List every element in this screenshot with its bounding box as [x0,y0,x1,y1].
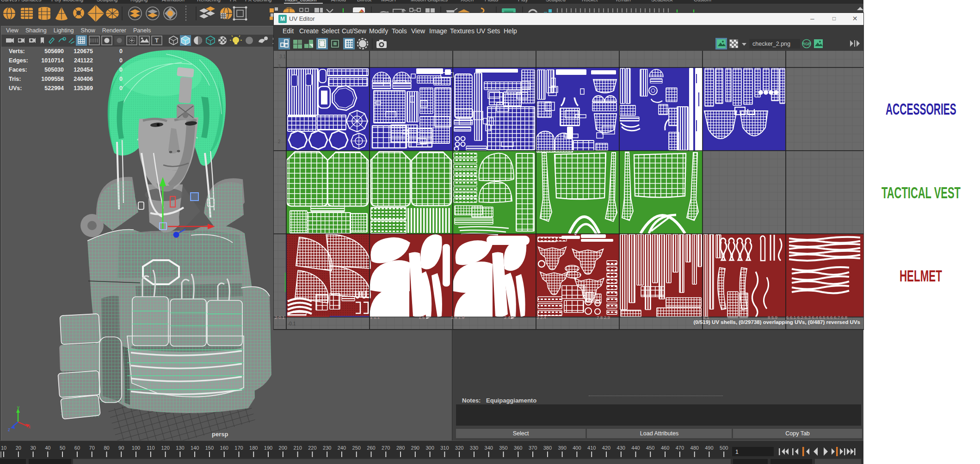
svg-text:400: 400 [573,445,581,451]
svg-text:360: 360 [514,445,522,451]
svg-text:y: y [17,405,19,410]
svg-text:180: 180 [249,445,258,451]
svg-text:3.1: 3.1 [279,54,286,59]
svg-text:z: z [8,427,10,432]
svg-text:320: 320 [455,445,463,451]
svg-text:330: 330 [470,445,478,451]
svg-text:370: 370 [529,445,537,451]
svg-text:390: 390 [558,445,566,451]
svg-text:40: 40 [45,445,50,451]
svg-text:1 1.1: 1 1.1 [370,315,380,320]
svg-text:(0/519) UV shells, (0/29738) o: (0/519) UV shells, (0/29738) overlapping… [693,319,860,325]
svg-text:100: 100 [132,445,140,451]
svg-text:3 2.4: 3 2.4 [536,315,546,320]
svg-text:1 8 1.9: 1 8 1.9 [451,315,464,320]
svg-text:410: 410 [587,445,596,451]
svg-text:checker_2.png: checker_2.png [752,41,790,47]
svg-text:-0.1: -0.1 [288,321,296,326]
svg-text:10: 10 [1,445,6,451]
svg-text:7 8 2.9: 7 8 2.9 [597,315,610,320]
svg-text:140: 140 [191,445,199,451]
svg-text:240: 240 [338,445,346,451]
svg-text:1: 1 [735,449,739,455]
svg-text:430: 430 [617,445,625,451]
svg-text:280: 280 [396,445,405,451]
svg-text:220: 220 [308,445,316,451]
svg-text:270: 270 [382,445,390,451]
svg-text:480: 480 [690,445,699,451]
svg-text:450: 450 [646,445,654,451]
svg-text:440: 440 [631,445,640,451]
svg-text:110: 110 [147,445,155,451]
svg-text:2-0.1: 2-0.1 [275,315,285,320]
svg-text:250: 250 [352,445,361,451]
svg-text:80: 80 [104,445,109,451]
svg-text:150: 150 [205,445,214,451]
svg-text:M: M [280,16,285,22]
svg-text:420: 420 [602,445,610,451]
svg-text:210: 210 [293,445,302,451]
svg-text:20: 20 [16,445,21,451]
svg-text:50: 50 [60,445,65,451]
svg-text:90: 90 [118,445,124,451]
svg-text:380: 380 [543,445,552,451]
svg-text:350: 350 [499,445,507,451]
svg-text:310: 310 [440,445,449,451]
svg-text:60: 60 [74,445,80,451]
svg-text:x: x [28,424,31,429]
svg-text:1.5: 1.5 [419,315,425,320]
svg-text:230: 230 [323,445,331,451]
svg-text:490: 490 [705,445,713,451]
svg-text:170: 170 [234,445,243,451]
svg-text:130: 130 [176,445,184,451]
svg-text:2 4.3: 2 4.3 [504,315,514,320]
svg-text:RGB: RGB [802,42,811,46]
svg-text:340: 340 [485,445,493,451]
svg-text:30: 30 [30,445,36,451]
svg-text:3: 3 [278,64,281,69]
svg-text:300: 300 [425,445,434,451]
svg-text:70: 70 [89,445,95,451]
svg-text:190: 190 [264,445,272,451]
svg-text:260: 260 [367,445,375,451]
svg-text:2: 2 [278,139,281,144]
svg-text:160: 160 [220,445,228,451]
svg-text:200: 200 [279,445,287,451]
svg-text:460: 460 [661,445,669,451]
svg-text:500: 500 [720,445,728,451]
svg-text:120: 120 [161,445,169,451]
svg-text:290: 290 [411,445,419,451]
svg-text:470: 470 [676,445,684,451]
